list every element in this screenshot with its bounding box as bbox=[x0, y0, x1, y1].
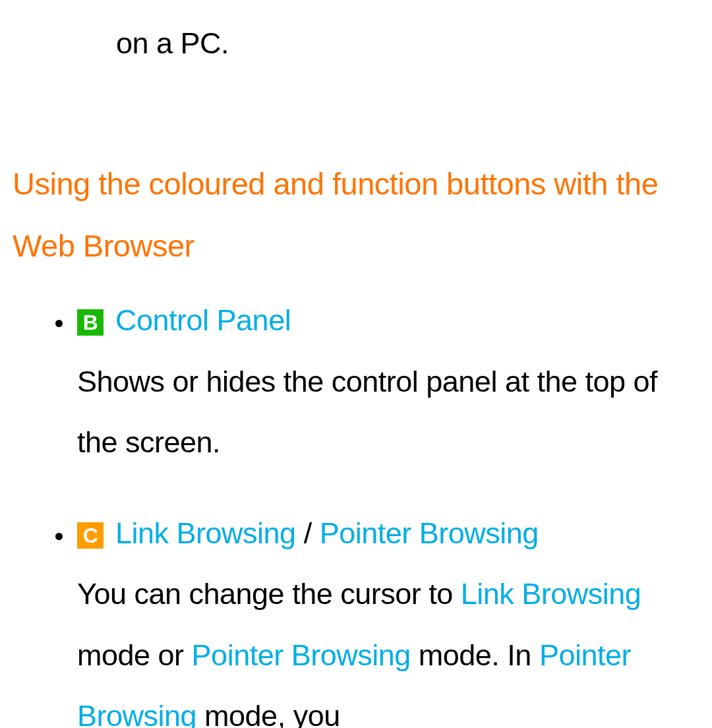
item-title-pointer-browsing: Pointer Browsing bbox=[320, 516, 539, 550]
item-title-link-browsing: Link Browsing bbox=[115, 516, 296, 550]
term-link-browsing: Link Browsing bbox=[461, 577, 641, 611]
desc-text: mode. In bbox=[411, 638, 539, 672]
document-body: on a PC. Using the coloured and function… bbox=[0, 0, 712, 728]
item-description: You can change the cursor to Link Browsi… bbox=[77, 564, 699, 728]
separator-slash: / bbox=[296, 516, 320, 550]
item-description: Shows or hides the control panel at the … bbox=[77, 351, 699, 473]
list-item-header: C Link Browsing / Pointer Browsing bbox=[77, 503, 699, 564]
desc-text: You can change the cursor to bbox=[77, 577, 461, 611]
button-function-list: B Control Panel Shows or hides the contr… bbox=[13, 290, 699, 728]
desc-text: mode or bbox=[77, 638, 192, 672]
list-item-b: B Control Panel Shows or hides the contr… bbox=[74, 290, 699, 473]
list-item-header: B Control Panel bbox=[77, 290, 699, 351]
list-item-c: C Link Browsing / Pointer Browsing You c… bbox=[74, 503, 699, 728]
term-pointer-browsing: Pointer Browsing bbox=[192, 638, 411, 672]
previous-paragraph-fragment: on a PC. bbox=[13, 13, 699, 74]
item-title: Control Panel bbox=[115, 303, 291, 337]
b-button-icon: B bbox=[77, 309, 104, 336]
c-button-icon: C bbox=[77, 522, 104, 549]
desc-text: mode, you bbox=[196, 699, 340, 728]
section-heading: Using the coloured and function buttons … bbox=[13, 153, 699, 277]
